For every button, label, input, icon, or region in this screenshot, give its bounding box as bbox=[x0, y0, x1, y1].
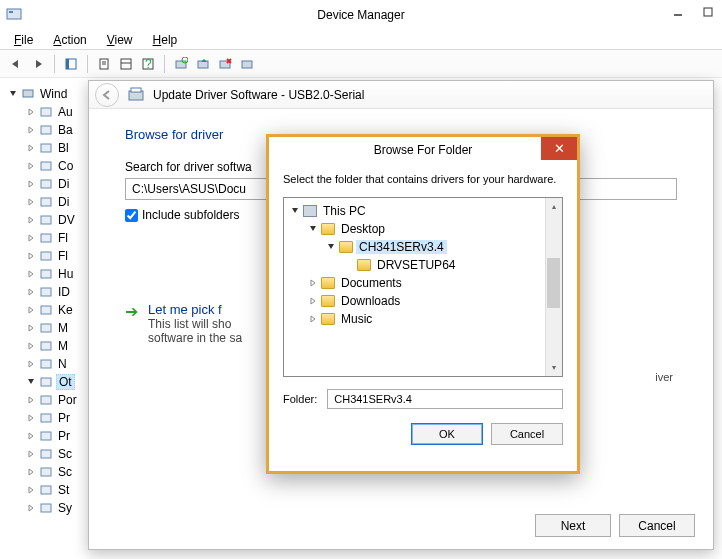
chevron-right-icon[interactable] bbox=[308, 314, 318, 324]
folder-tree-item-label: Downloads bbox=[338, 294, 403, 308]
chevron-icon[interactable] bbox=[26, 143, 36, 153]
scroll-thumb[interactable] bbox=[547, 258, 560, 308]
chevron-icon[interactable] bbox=[26, 431, 36, 441]
folder-tree-item[interactable]: Documents bbox=[284, 274, 562, 292]
svg-rect-40 bbox=[41, 450, 51, 458]
svg-rect-1 bbox=[9, 11, 13, 13]
folder-tree-item[interactable]: CH341SERv3.4 bbox=[284, 238, 562, 256]
chevron-right-icon[interactable] bbox=[308, 296, 318, 306]
toolbar-uninstall-button[interactable] bbox=[215, 54, 235, 74]
folder-name-input[interactable] bbox=[327, 389, 563, 409]
scrollbar[interactable]: ▴ ▾ bbox=[545, 198, 562, 376]
svg-rect-38 bbox=[41, 414, 51, 422]
svg-rect-30 bbox=[41, 270, 51, 278]
tree-item-label: Co bbox=[56, 159, 75, 173]
chevron-right-icon[interactable] bbox=[308, 278, 318, 288]
app-icon bbox=[6, 6, 22, 22]
chevron-down-icon[interactable] bbox=[290, 206, 300, 216]
folder-icon bbox=[321, 313, 335, 325]
nav-forward-button[interactable] bbox=[28, 54, 48, 74]
chevron-icon[interactable] bbox=[26, 233, 36, 243]
folder-tree-item[interactable]: Downloads bbox=[284, 292, 562, 310]
scroll-down-button[interactable]: ▾ bbox=[546, 359, 562, 376]
let-me-pick-right-fragment: iver bbox=[655, 371, 673, 383]
chevron-icon[interactable] bbox=[26, 269, 36, 279]
folder-tree-item[interactable]: This PC bbox=[284, 202, 562, 220]
folder-tree-item[interactable]: DRVSETUP64 bbox=[284, 256, 562, 274]
folder-tree-item-label: Music bbox=[338, 312, 375, 326]
nav-back-button[interactable] bbox=[6, 54, 26, 74]
tree-item-label: Ot bbox=[56, 374, 75, 390]
chevron-icon[interactable] bbox=[26, 215, 36, 225]
chevron-icon[interactable] bbox=[26, 503, 36, 513]
svg-rect-19 bbox=[242, 61, 252, 68]
toolbar-showhide-button[interactable] bbox=[61, 54, 81, 74]
next-button[interactable]: Next bbox=[535, 514, 611, 537]
chevron-icon[interactable] bbox=[26, 413, 36, 423]
folder-icon bbox=[321, 277, 335, 289]
svg-rect-26 bbox=[41, 198, 51, 206]
chevron-icon[interactable] bbox=[26, 323, 36, 333]
folder-tree-item[interactable]: Desktop bbox=[284, 220, 562, 238]
ok-button[interactable]: OK bbox=[411, 423, 483, 445]
chevron-icon[interactable] bbox=[26, 377, 36, 387]
device-category-icon bbox=[38, 122, 54, 138]
toolbar-update-driver-button[interactable] bbox=[193, 54, 213, 74]
folder-tree[interactable]: This PCDesktopCH341SERv3.4DRVSETUP64Docu… bbox=[283, 197, 563, 377]
chevron-down-icon[interactable] bbox=[308, 224, 318, 234]
folder-icon bbox=[357, 259, 371, 271]
toolbar-properties-button[interactable] bbox=[94, 54, 114, 74]
chevron-down-icon[interactable] bbox=[8, 89, 18, 99]
tree-item-label: Ke bbox=[56, 303, 75, 317]
device-category-icon bbox=[38, 266, 54, 282]
svg-rect-34 bbox=[41, 342, 51, 350]
folder-tree-item[interactable]: Music bbox=[284, 310, 562, 328]
device-category-icon bbox=[38, 482, 54, 498]
computer-icon bbox=[20, 86, 36, 102]
include-subfolders-checkbox[interactable] bbox=[125, 209, 138, 222]
svg-text:?: ? bbox=[145, 57, 152, 71]
menu-file[interactable]: File bbox=[6, 31, 41, 49]
menu-help[interactable]: Help bbox=[145, 31, 186, 49]
chevron-icon[interactable] bbox=[26, 179, 36, 189]
let-me-pick-subtitle: This list will sho software in the sa bbox=[148, 317, 242, 345]
toolbar-scan-button[interactable] bbox=[171, 54, 191, 74]
svg-rect-28 bbox=[41, 234, 51, 242]
maximize-button[interactable] bbox=[700, 4, 716, 20]
chevron-icon[interactable] bbox=[26, 251, 36, 261]
chevron-icon[interactable] bbox=[26, 107, 36, 117]
toolbar-refresh-button[interactable] bbox=[116, 54, 136, 74]
browse-instruction: Select the folder that contains drivers … bbox=[283, 173, 563, 185]
toolbar-help-button[interactable]: ? bbox=[138, 54, 158, 74]
cancel-button[interactable]: Cancel bbox=[491, 423, 563, 445]
chevron-down-icon[interactable] bbox=[326, 242, 336, 252]
menu-action[interactable]: Action bbox=[45, 31, 94, 49]
back-button[interactable] bbox=[95, 83, 119, 107]
tree-item-label: Sy bbox=[56, 501, 74, 515]
svg-rect-45 bbox=[131, 88, 141, 92]
toolbar-separator bbox=[54, 55, 55, 73]
arrow-right-icon: ➔ bbox=[125, 302, 138, 345]
menu-view[interactable]: View bbox=[99, 31, 141, 49]
chevron-icon[interactable] bbox=[26, 359, 36, 369]
device-category-icon bbox=[38, 320, 54, 336]
chevron-icon[interactable] bbox=[26, 125, 36, 135]
minimize-button[interactable] bbox=[670, 4, 686, 20]
svg-rect-33 bbox=[41, 324, 51, 332]
chevron-icon[interactable] bbox=[26, 161, 36, 171]
chevron-icon[interactable] bbox=[26, 467, 36, 477]
device-category-icon bbox=[38, 356, 54, 372]
close-button[interactable]: ✕ bbox=[541, 137, 577, 160]
chevron-icon[interactable] bbox=[26, 341, 36, 351]
cancel-button[interactable]: Cancel bbox=[619, 514, 695, 537]
scroll-up-button[interactable]: ▴ bbox=[546, 198, 562, 215]
chevron-icon[interactable] bbox=[26, 305, 36, 315]
chevron-icon[interactable] bbox=[26, 449, 36, 459]
svg-rect-24 bbox=[41, 162, 51, 170]
chevron-icon[interactable] bbox=[26, 395, 36, 405]
device-category-icon bbox=[38, 464, 54, 480]
chevron-icon[interactable] bbox=[26, 485, 36, 495]
chevron-icon[interactable] bbox=[26, 197, 36, 207]
toolbar-disable-button[interactable] bbox=[237, 54, 257, 74]
chevron-icon[interactable] bbox=[26, 287, 36, 297]
